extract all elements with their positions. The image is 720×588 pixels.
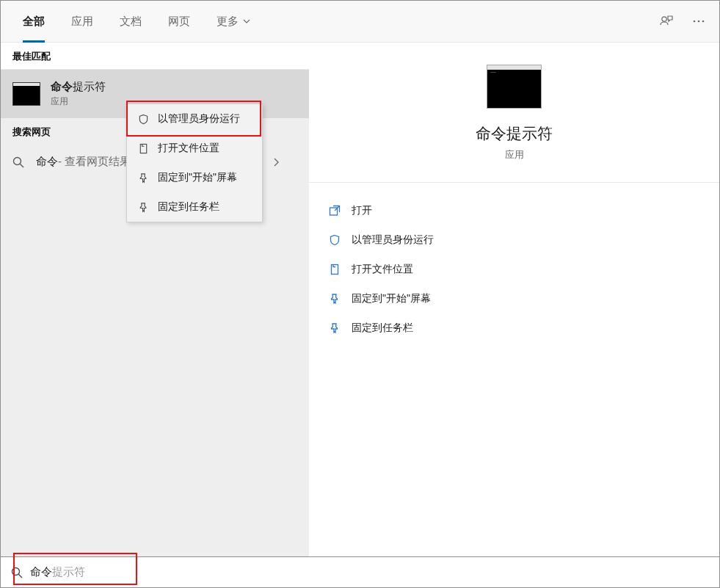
result-title: 命令提示符	[51, 80, 106, 94]
preview-panel: 命令提示符 应用 打开 以管理员身份运行	[309, 43, 719, 556]
svg-rect-10	[140, 144, 146, 153]
more-options-icon[interactable]	[691, 14, 706, 29]
svg-point-8	[12, 567, 20, 575]
shield-icon	[327, 234, 343, 246]
preview-app-icon	[487, 65, 542, 109]
tab-label: 应用	[71, 15, 93, 29]
svg-point-3	[702, 21, 705, 23]
pin-icon	[327, 293, 343, 305]
feedback-icon[interactable]	[659, 14, 674, 29]
ctx-pin-taskbar[interactable]: 固定到任务栏	[127, 192, 262, 222]
chevron-right-icon	[272, 157, 280, 167]
folder-icon	[136, 143, 150, 154]
search-typed-text: 命令	[30, 565, 52, 579]
action-label: 打开	[352, 204, 372, 217]
preview-subtitle: 应用	[505, 148, 524, 161]
search-input[interactable]: 命令提示符	[1, 556, 719, 587]
pin-icon	[327, 322, 343, 334]
svg-point-2	[698, 21, 700, 23]
chevron-down-icon	[243, 18, 250, 25]
action-pin-start[interactable]: 固定到"开始"屏幕	[327, 284, 702, 313]
ctx-label: 以管理员身份运行	[158, 112, 240, 126]
svg-line-9	[18, 574, 22, 578]
action-label: 打开文件位置	[352, 263, 413, 276]
tab-all[interactable]: 全部	[10, 1, 58, 42]
result-subtitle: 应用	[51, 95, 106, 108]
search-icon	[11, 567, 23, 578]
search-ghost-text: 提示符	[52, 565, 85, 579]
ctx-label: 打开文件位置	[158, 142, 219, 155]
cmd-icon	[12, 82, 40, 106]
action-pin-taskbar[interactable]: 固定到任务栏	[327, 313, 702, 343]
tab-web[interactable]: 网页	[155, 1, 203, 42]
ctx-run-admin[interactable]: 以管理员身份运行	[127, 104, 262, 134]
section-best-match: 最佳匹配	[1, 43, 309, 70]
search-icon	[12, 156, 26, 168]
folder-icon	[327, 264, 343, 275]
action-label: 以管理员身份运行	[352, 233, 434, 247]
ctx-open-location[interactable]: 打开文件位置	[127, 134, 262, 163]
action-open-location[interactable]: 打开文件位置	[327, 255, 702, 284]
tab-label: 全部	[23, 15, 45, 29]
open-icon	[327, 205, 343, 217]
pin-icon	[136, 173, 150, 184]
action-open[interactable]: 打开	[327, 196, 702, 225]
tab-label: 文档	[120, 15, 142, 29]
svg-point-4	[14, 157, 21, 164]
tab-label: 更多	[217, 15, 239, 29]
search-tabs: 全部 应用 文档 网页 更多	[1, 1, 719, 43]
context-menu: 以管理员身份运行 打开文件位置 固定到"开始"屏幕 固定到任务栏	[126, 104, 263, 222]
svg-point-0	[662, 17, 666, 21]
tab-more[interactable]: 更多	[203, 1, 263, 42]
tab-documents[interactable]: 文档	[106, 1, 155, 42]
shield-icon	[136, 114, 150, 125]
action-label: 固定到任务栏	[352, 322, 413, 335]
pin-icon	[136, 202, 150, 213]
preview-title: 命令提示符	[476, 123, 553, 144]
tab-label: 网页	[168, 15, 190, 29]
action-run-admin[interactable]: 以管理员身份运行	[327, 225, 702, 255]
web-hint: - 查看网页结果	[58, 155, 131, 169]
svg-line-5	[20, 164, 23, 167]
action-label: 固定到"开始"屏幕	[352, 292, 431, 305]
web-query: 命令	[36, 155, 58, 169]
svg-point-1	[694, 21, 696, 23]
ctx-label: 固定到任务栏	[158, 200, 219, 214]
ctx-pin-start[interactable]: 固定到"开始"屏幕	[127, 163, 262, 192]
svg-rect-7	[332, 265, 338, 275]
tab-apps[interactable]: 应用	[58, 1, 106, 42]
ctx-label: 固定到"开始"屏幕	[158, 171, 237, 184]
